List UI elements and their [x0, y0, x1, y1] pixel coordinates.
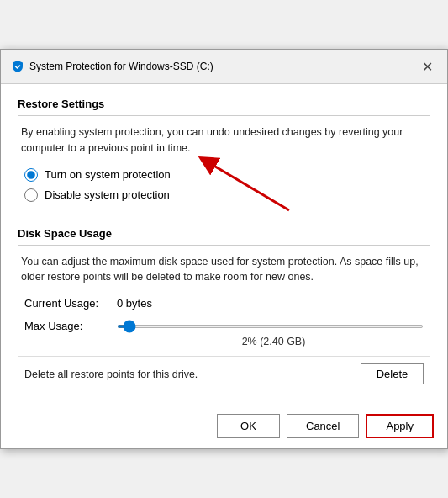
current-usage-value: 0 bytes: [117, 297, 152, 310]
delete-row: Delete all restore points for this drive…: [18, 356, 430, 391]
disk-description: You can adjust the maximum disk space us…: [18, 254, 430, 286]
radio-turn-on-label: Turn on system protection: [45, 168, 171, 181]
current-usage-row: Current Usage: 0 bytes: [18, 297, 430, 310]
ok-button[interactable]: OK: [217, 414, 280, 438]
dialog-content: Restore Settings By enabling system prot…: [1, 84, 447, 405]
red-arrow-icon: [198, 153, 291, 212]
disk-divider: [18, 245, 430, 246]
titlebar: System Protection for Windows-SSD (C:) ✕: [1, 50, 447, 84]
restore-divider: [18, 115, 430, 116]
shield-icon: [11, 60, 24, 73]
delete-description: Delete all restore points for this drive…: [24, 368, 198, 380]
delete-button[interactable]: Delete: [361, 363, 424, 384]
system-protection-dialog: System Protection for Windows-SSD (C:) ✕…: [0, 49, 448, 449]
slider-label-row: Max Usage:: [24, 320, 424, 332]
dialog-footer: OK Cancel Apply: [1, 405, 447, 448]
dialog-title: System Protection for Windows-SSD (C:): [29, 61, 213, 72]
radio-disable-label: Disable system protection: [45, 188, 170, 201]
close-button[interactable]: ✕: [417, 56, 437, 77]
apply-button[interactable]: Apply: [366, 414, 434, 438]
svg-line-1: [207, 162, 289, 210]
max-usage-row: Max Usage: 2% (2.40 GB): [18, 320, 430, 347]
current-usage-label: Current Usage:: [24, 297, 117, 310]
cancel-button[interactable]: Cancel: [287, 414, 359, 438]
slider-display-value: 2% (2.40 GB): [24, 336, 424, 347]
titlebar-left: System Protection for Windows-SSD (C:): [11, 60, 213, 73]
disk-space-header: Disk Space Usage: [18, 227, 430, 240]
restore-settings-section: Restore Settings By enabling system prot…: [18, 98, 430, 202]
radio-disable-input[interactable]: [24, 188, 38, 202]
max-usage-label: Max Usage:: [24, 320, 117, 332]
restore-settings-header: Restore Settings: [18, 98, 430, 110]
disk-space-slider[interactable]: [117, 325, 424, 328]
restore-description: By enabling system protection, you can u…: [18, 124, 430, 156]
radio-turn-on-input[interactable]: [24, 168, 38, 182]
disk-space-section: Disk Space Usage You can adjust the maxi…: [18, 227, 430, 392]
